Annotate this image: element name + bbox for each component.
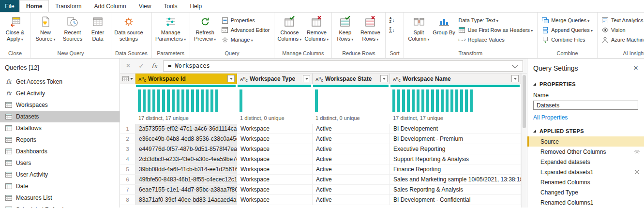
step-settings-gear-icon[interactable] bbox=[634, 169, 640, 175]
properties-section-header[interactable]: PROPERTIES bbox=[527, 77, 644, 89]
sort-descending-button[interactable]: ZA ↓ bbox=[389, 27, 394, 33]
cell-workspace-id[interactable]: 39bb08dd-4a6f-41cb-b314-ee1d25616f95 bbox=[135, 164, 237, 175]
cell-workspace-name[interactable]: BI Development - Confidential bbox=[390, 195, 521, 205]
cell-workspace-type[interactable]: Workspace bbox=[237, 164, 313, 175]
query-list-item[interactable]: Users bbox=[0, 157, 120, 169]
group-by-button[interactable]: Group By bbox=[433, 14, 456, 49]
use-first-row-as-headers-button[interactable]: Use First Row as Headers bbox=[456, 25, 536, 35]
choose-columns-button[interactable]: Choose Columns bbox=[276, 14, 303, 49]
filter-dropdown-icon[interactable] bbox=[511, 75, 519, 82]
query-list-item[interactable]: Date bbox=[0, 180, 120, 192]
applied-steps-section-header[interactable]: APPLIED STEPS bbox=[527, 124, 644, 136]
tab-tools[interactable]: Tools bbox=[157, 0, 183, 12]
query-list-item[interactable]: Datasets bbox=[0, 111, 120, 122]
query-list-item[interactable]: Reports bbox=[0, 134, 120, 146]
query-list-item[interactable]: Dashboards bbox=[0, 146, 120, 157]
cell-workspace-name[interactable]: Support Reporting & Analysis bbox=[390, 154, 521, 164]
cell-workspace-type[interactable]: Workspace bbox=[237, 144, 313, 154]
cell-workspace-name[interactable]: Executive Reporting bbox=[390, 144, 521, 154]
row-number[interactable]: 1 bbox=[120, 124, 135, 134]
scrollbar-thumb[interactable] bbox=[523, 75, 526, 128]
refresh-preview-button[interactable]: Refresh Preview bbox=[192, 14, 219, 49]
filter-dropdown-icon[interactable] bbox=[303, 75, 310, 82]
commit-formula-icon[interactable] bbox=[137, 62, 146, 70]
close-panel-icon[interactable] bbox=[633, 63, 638, 73]
replace-values-button[interactable]: 1→2 Replace Values bbox=[456, 35, 536, 45]
query-list-item[interactable]: Dataflows bbox=[0, 122, 120, 134]
query-list-item[interactable]: User Activity bbox=[0, 169, 120, 180]
cell-workspace-id[interactable]: 2cb3dbc0-e233-43e0-a30c-4ea59be7e170 bbox=[135, 154, 237, 164]
cancel-formula-icon[interactable] bbox=[124, 61, 133, 70]
cell-workspace-id[interactable]: 83a71af0-39cf-40ee-bd83-14acaed4a532 bbox=[135, 195, 237, 205]
query-list-item[interactable]: Get Activity bbox=[0, 88, 120, 99]
advanced-editor-button[interactable]: Advanced Editor bbox=[219, 25, 273, 35]
filter-dropdown-icon[interactable] bbox=[380, 75, 388, 82]
cell-workspace-id[interactable]: 2a573555-ef02-47c1-a4c6-36d1114caa6a bbox=[135, 124, 237, 134]
query-name-input[interactable] bbox=[533, 101, 638, 110]
formula-input[interactable]: = Workspaces bbox=[163, 60, 523, 72]
manage-parameters-button[interactable]: Manage Parameters bbox=[153, 14, 188, 49]
combine-files-button[interactable]: Combine Files bbox=[539, 35, 596, 45]
cell-workspace-state[interactable]: Active bbox=[313, 154, 390, 164]
row-number[interactable]: 6 bbox=[120, 175, 135, 185]
cell-workspace-state[interactable]: Active bbox=[313, 185, 390, 195]
vision-button[interactable]: Vision bbox=[599, 25, 644, 35]
file-menu-button[interactable]: File bbox=[0, 0, 19, 12]
new-source-button[interactable]: New Source bbox=[32, 14, 59, 49]
merge-queries-button[interactable]: Merge Queries bbox=[539, 15, 596, 25]
cell-workspace-name[interactable]: BI Developement bbox=[390, 124, 521, 134]
query-list-item[interactable]: Get Access Token bbox=[0, 76, 120, 88]
cell-workspace-state[interactable]: Active bbox=[313, 164, 390, 175]
column-header-workspace-id[interactable]: Workspace Id bbox=[135, 74, 237, 84]
fx-icon[interactable] bbox=[150, 62, 159, 70]
cell-workspace-type[interactable]: Workspace bbox=[237, 175, 313, 185]
append-queries-button[interactable]: Append Queries bbox=[539, 25, 596, 35]
cell-workspace-state[interactable]: Active bbox=[313, 144, 390, 154]
filter-dropdown-icon[interactable] bbox=[227, 75, 235, 82]
cell-workspace-type[interactable]: Workspace bbox=[237, 134, 313, 144]
text-analytics-button[interactable]: Text Analytics bbox=[599, 15, 644, 25]
azure-machine-learning-button[interactable]: Azure Machine Learning bbox=[599, 35, 644, 45]
recent-sources-button[interactable]: Recent Sources bbox=[59, 14, 86, 49]
tab-transform[interactable]: Transform bbox=[49, 0, 88, 12]
row-number[interactable]: 5 bbox=[120, 164, 135, 175]
row-number[interactable]: 2 bbox=[120, 134, 135, 144]
tab-help[interactable]: Help bbox=[183, 0, 208, 12]
row-number[interactable]: 7 bbox=[120, 185, 135, 195]
cell-workspace-state[interactable]: Active bbox=[313, 124, 390, 134]
column-header-workspace-state[interactable]: Workspace State bbox=[313, 74, 390, 84]
cell-workspace-id[interactable]: 49fbfe50-8483-46b1-8f55-c4ecec12c1d4 bbox=[135, 175, 237, 185]
expand-formula-chevron-icon[interactable] bbox=[512, 62, 518, 68]
applied-step-item[interactable]: Renamed Columns1 bbox=[527, 197, 644, 208]
query-list-item[interactable]: Scheduled Refresh bbox=[0, 204, 120, 208]
cell-workspace-state[interactable]: Active bbox=[313, 175, 390, 185]
cell-workspace-name[interactable]: Finance Reporting bbox=[390, 164, 521, 175]
row-number[interactable]: 4 bbox=[120, 154, 135, 164]
applied-step-item[interactable]: Expanded datasets bbox=[527, 157, 644, 167]
cell-workspace-type[interactable]: Workspace bbox=[237, 185, 313, 195]
row-number[interactable]: 8 bbox=[120, 195, 135, 205]
cell-workspace-state[interactable]: Active bbox=[313, 195, 390, 205]
column-header-workspace-name[interactable]: Workspace Name bbox=[390, 74, 521, 84]
remove-rows-button[interactable]: Remove Rows bbox=[357, 14, 384, 49]
all-properties-link[interactable]: All Properties bbox=[527, 110, 644, 124]
query-list-item[interactable]: Measures List bbox=[0, 192, 120, 204]
applied-step-item[interactable]: Removed Other Columns bbox=[527, 147, 644, 157]
applied-step-item[interactable]: Expanded datasets1 bbox=[527, 167, 644, 177]
cell-workspace-id[interactable]: 6eae7155-c1e1-44d7-85bc-a38aa7f8667e bbox=[135, 185, 237, 195]
applied-step-item[interactable]: Renamed Columns bbox=[527, 177, 644, 187]
split-column-button[interactable]: Split Column bbox=[405, 14, 433, 49]
data-source-settings-button[interactable]: Data source settings bbox=[113, 14, 145, 49]
tab-view[interactable]: View bbox=[133, 0, 158, 12]
tab-add-column[interactable]: Add Column bbox=[88, 0, 133, 12]
cell-workspace-name[interactable]: BI Development - Premium bbox=[390, 134, 521, 144]
step-settings-gear-icon[interactable] bbox=[634, 149, 640, 154]
close-apply-button[interactable]: Close & Apply bbox=[1, 14, 29, 49]
cell-workspace-id[interactable]: e449776d-0f57-487b-9d51-8578f47ea4a2 bbox=[135, 144, 237, 154]
query-list-item[interactable]: Workspaces bbox=[0, 99, 120, 111]
applied-step-item[interactable]: Source bbox=[527, 136, 644, 147]
table-corner-menu-button[interactable] bbox=[120, 74, 135, 84]
enter-data-button[interactable]: Enter Data bbox=[86, 14, 109, 49]
cell-workspace-state[interactable]: Active bbox=[313, 134, 390, 144]
remove-columns-button[interactable]: Remove Columns bbox=[303, 14, 330, 49]
